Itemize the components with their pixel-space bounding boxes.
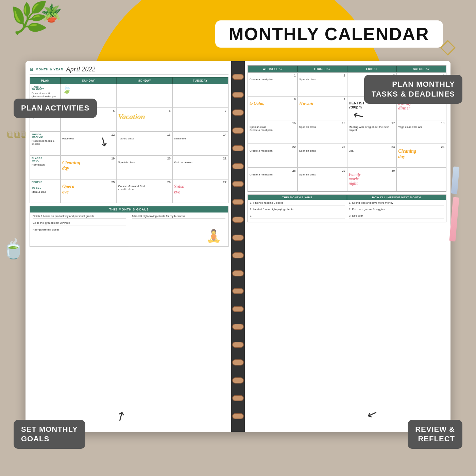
day-cell	[116, 84, 172, 108]
day-cell-1: 1 Create a meal plan	[248, 72, 298, 96]
day-cell-18: 18 Yoga class 9:00 am	[396, 120, 446, 144]
calendar-grid-left: PLAN SUNDAY MONDAY TUESDAY HABITS TO ADO…	[30, 77, 228, 203]
day-cell-2: 2 Spanish class	[298, 72, 347, 96]
spine-coil	[232, 359, 244, 366]
badge-plan-activities: PLAN ACTIVITIES	[14, 99, 97, 118]
spine-coil	[232, 199, 244, 205]
spine-coil	[232, 235, 244, 241]
win-item-1: 1. Finished reading 2 books	[250, 201, 345, 206]
spine-coil	[232, 145, 244, 151]
day-cell-27: 27 Salsaeve	[172, 179, 228, 203]
col-header-friday: FRIDAY	[347, 66, 397, 72]
goal-item: Reorganize my closet	[33, 228, 126, 232]
spine-coil	[232, 270, 244, 276]
spine-coil	[232, 306, 244, 312]
tea-cup: 🍵	[2, 238, 25, 260]
day-cell	[172, 84, 228, 108]
day-cell-6: 6 Vacation	[116, 108, 172, 132]
spine-coil	[232, 342, 244, 348]
day-cell-22: 22 Create a meal plan	[248, 144, 298, 168]
col-header-saturday: SATURDAY	[396, 66, 446, 72]
spine-coil	[232, 252, 244, 258]
spine-coil	[232, 74, 244, 80]
month-header: 🗓 MONTH & YEAR April 2022	[30, 65, 228, 75]
badge-plan-monthly: PLAN MONTHLYTASKS & DEADLINES	[364, 75, 462, 104]
goals-col-left: Finish 2 books on productivity and perso…	[30, 213, 129, 247]
goals-section: THIS MONTH'S GOALS Finish 2 books on pro…	[30, 206, 228, 247]
day-cell-16: 16 Spanish class	[298, 120, 347, 144]
spine-coil	[232, 163, 244, 169]
col-header-thursday: THURSDAY	[298, 66, 347, 72]
improve-item-2: 2. Eat more greens & veggies	[349, 208, 444, 212]
spine-coil	[232, 377, 244, 384]
goals-body: Finish 2 books on productivity and perso…	[30, 213, 228, 247]
badge-review: REVIEW &REFLECT	[408, 420, 462, 449]
month-label: MONTH & YEAR	[36, 68, 63, 71]
col-header-plan: PLAN	[30, 77, 61, 84]
day-cell-24: 24 Spa	[347, 144, 397, 168]
day-cell-7: 7	[172, 108, 228, 132]
day-cell-26: 26 Go see Mom and Dad- cardio class	[116, 179, 172, 203]
day-cell-empty	[396, 168, 446, 191]
binder-clips: ⧉⧉⧉	[7, 129, 27, 140]
book-spine	[231, 61, 245, 432]
goal-item: Go to the gym at least 3x/week	[33, 221, 126, 225]
spine-coil	[232, 324, 244, 330]
col-header-tuesday: TUESDAY	[172, 77, 228, 84]
goals-header: THIS MONTH'S GOALS	[30, 206, 228, 213]
calendar-icon: 🗓	[30, 67, 34, 72]
spine-coil	[232, 395, 244, 401]
spine-coil	[232, 92, 244, 98]
month-title: April 2022	[66, 65, 95, 73]
day-cell-14: 14 Salsa eve	[172, 132, 228, 155]
day-cell-25r: 25 Cleaningday	[396, 144, 446, 168]
goal-item: Finish 2 books on productivity and perso…	[33, 215, 126, 219]
spine-coil	[232, 181, 244, 187]
day-cell-29: 29 Spanish class	[298, 168, 347, 191]
row-label-people: PEOPLE TO SEE Mom & Dad	[30, 179, 61, 203]
bottom-sections: THIS MONTH'S WINS 1. Finished reading 2 …	[248, 194, 446, 222]
spine-coil	[232, 413, 244, 419]
col-header-wednesday: WEDNESDAY	[248, 66, 298, 72]
improve-item-1: 1. Spend less and save more money	[349, 201, 444, 206]
page-right: WEDNESDAY THURSDAY FRIDAY SATURDAY 1 Cre…	[245, 61, 451, 432]
day-cell-30: 30 Familymovienight	[347, 168, 397, 191]
col-header-sunday: SUNDAY	[61, 77, 116, 84]
day-cell-19: 19 Cleaningday	[61, 155, 116, 179]
spine-coil	[232, 217, 244, 223]
plant-pot: 🪴	[41, 3, 62, 23]
day-cell-8: 8 to Oahu,	[248, 96, 298, 120]
day-cell-13: 13 - cardio class	[116, 132, 172, 155]
goals-col-right: Attract 3 high-paying clients for my bus…	[129, 213, 228, 247]
win-item-3: 3.	[250, 214, 345, 219]
day-cell-25: 25 Operaeve	[61, 179, 116, 203]
col-header-monday: MONDAY	[116, 77, 172, 84]
badge-set-goals: SET MONTHLYGOALS	[14, 420, 85, 449]
improve-item-3: 3. Declutter	[349, 214, 444, 219]
day-cell-17: 17 Meeting with Greg about the new proje…	[347, 120, 397, 144]
wins-section: THIS MONTH'S WINS 1. Finished reading 2 …	[248, 195, 347, 222]
win-item-2: 2. Landed 5 new high-paying clients	[250, 208, 345, 212]
row-label-places: PLACES TO GO Hometown	[30, 155, 61, 179]
spine-coil	[232, 109, 244, 116]
improve-section: HOW I'LL IMPROVE NEXT MONTH 1. Spend les…	[347, 195, 446, 222]
day-cell-15: 15 Spanish classCreate a meal plan	[248, 120, 298, 144]
spine-coil	[232, 288, 244, 294]
improve-header: HOW I'LL IMPROVE NEXT MONTH	[347, 195, 446, 200]
page-title: MONTHLY CALENDAR	[215, 20, 443, 48]
goal-item: Attract 3 high-paying clients for my bus…	[132, 215, 226, 219]
row-label-things: THINGS TO AVOID Processed foods & snacks	[30, 132, 61, 155]
day-cell-23: 23 Spanish class	[298, 144, 347, 168]
spine-coil	[232, 128, 244, 134]
yoga-figure: 🧘	[206, 229, 221, 243]
day-cell-28: 28 Create a meal plan	[248, 168, 298, 191]
day-cell-21: 21 Visit hometown	[172, 155, 228, 179]
day-cell-9: 9 Hawaii	[298, 96, 347, 120]
day-cell-20: 20 Spanish class	[116, 155, 172, 179]
wins-header: THIS MONTH'S WINS	[248, 195, 347, 200]
